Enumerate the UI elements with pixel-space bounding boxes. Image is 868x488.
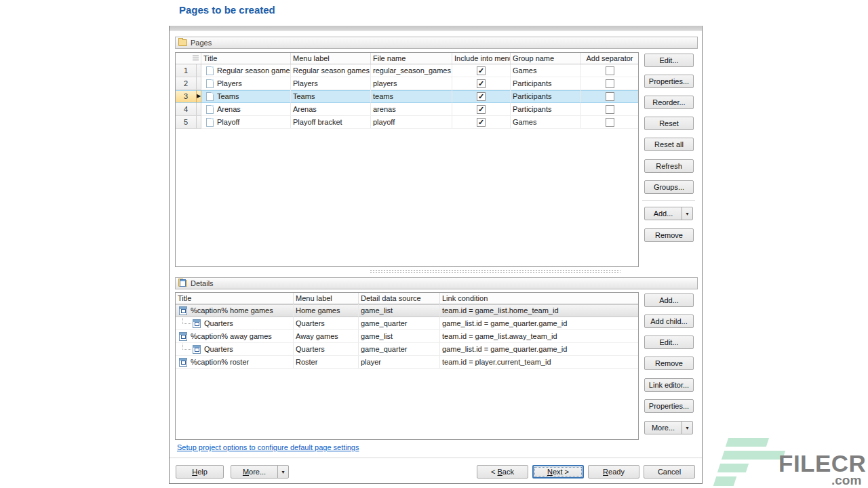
add-button[interactable]: Add...: [644, 293, 694, 307]
groups-button[interactable]: Groups...: [644, 180, 694, 194]
group-name-cell: Participants: [511, 77, 581, 90]
detail-menu-label-cell: Quarters: [294, 317, 359, 330]
add-separator-checkbox[interactable]: [606, 118, 614, 127]
detail-data-source-cell: game_list: [359, 304, 440, 317]
remove-button[interactable]: Remove: [644, 357, 694, 370]
column-header-detail-menu-label[interactable]: Menu label: [294, 293, 359, 304]
link-condition-cell: team.id = game_list.away_team_id: [440, 330, 638, 343]
add-separator-cell: [581, 64, 638, 77]
column-header-menu-label[interactable]: Menu label: [291, 53, 371, 64]
include-into-menu-checkbox[interactable]: ✓: [477, 105, 486, 114]
detail-data-source-cell: game_quarter: [359, 317, 440, 330]
pages-table-row[interactable]: 4ArenasArenasarenas✓Participants: [176, 103, 638, 116]
tree-connector: [182, 344, 191, 350]
details-table-row[interactable]: %caption% away gamesAway gamesgame_listt…: [176, 330, 638, 343]
add-separator-cell: [581, 116, 638, 129]
ready-button[interactable]: Ready: [588, 465, 639, 479]
row-number: 2: [176, 77, 197, 90]
page-title-cell: Players: [201, 77, 291, 90]
add-child-button[interactable]: Add child...: [644, 314, 694, 328]
add-separator-checkbox[interactable]: [606, 105, 614, 114]
page-title-cell: Arenas: [201, 103, 291, 116]
details-table-row[interactable]: QuartersQuartersgame_quartergame_list.id…: [176, 317, 638, 330]
screenshot-canvas: Pages to be created Pages Title Menu lab…: [0, 0, 868, 488]
page-title-cell: Playoff: [201, 116, 291, 129]
column-header-title[interactable]: Title: [201, 53, 291, 64]
column-header-file-name[interactable]: File name: [371, 53, 452, 64]
details-table-row[interactable]: %caption% rosterRosterplayerteam.id = pl…: [176, 356, 638, 369]
watermark-logo-bar: [726, 438, 769, 447]
add-separator-checkbox[interactable]: [606, 79, 614, 88]
menu-label-cell: Teams: [291, 90, 371, 103]
button-stack-separator: [642, 200, 695, 201]
column-header-include-into-menu[interactable]: Include into menu: [452, 53, 511, 64]
reset-all-button[interactable]: Reset all: [644, 138, 694, 151]
dropdown-arrow-button[interactable]: ▾: [682, 207, 693, 220]
reset-button[interactable]: Reset: [644, 117, 694, 130]
add-button[interactable]: Add...: [644, 207, 682, 220]
refresh-button[interactable]: Refresh: [644, 159, 694, 173]
menu-label-cell: Arenas: [291, 103, 371, 116]
page-title-text: Playoff: [217, 118, 239, 126]
column-header-detail-data-source[interactable]: Detail data source: [359, 293, 440, 304]
detail-page-icon: [179, 306, 187, 315]
pages-table-row[interactable]: 1Regular season gamesRegular season game…: [176, 64, 638, 77]
dropdown-arrow-button[interactable]: ▾: [682, 421, 693, 434]
details-grid-header: Title Menu label Detail data source Link…: [176, 293, 638, 304]
more-split-button: More...▾: [231, 465, 289, 479]
row-indicator: [197, 116, 201, 129]
link-editor-button[interactable]: Link editor...: [644, 378, 694, 392]
dropdown-arrow-button[interactable]: ▾: [277, 465, 289, 479]
column-header-link-condition[interactable]: Link condition: [440, 293, 638, 304]
reorder-button[interactable]: Reorder...: [644, 96, 694, 109]
detail-title-cell: Quarters: [176, 343, 294, 356]
file-name-cell: regular_season_games: [371, 64, 452, 77]
add-separator-checkbox[interactable]: [606, 92, 614, 101]
include-into-menu-checkbox[interactable]: ✓: [477, 66, 486, 75]
more-button[interactable]: More...: [231, 465, 278, 479]
page-icon: [206, 92, 214, 101]
properties-button[interactable]: Properties...: [644, 399, 694, 413]
detail-data-source-cell: player: [359, 356, 440, 369]
details-table-row[interactable]: %caption% home gamesHome gamesgame_listt…: [176, 304, 638, 317]
column-header-detail-title[interactable]: Title: [176, 293, 294, 304]
column-header-add-separator[interactable]: Add separator: [581, 53, 638, 64]
pages-grid-body: 1Regular season gamesRegular season game…: [176, 64, 638, 129]
splitter-grip-dots: [370, 270, 620, 274]
include-into-menu-checkbox[interactable]: ✓: [477, 92, 486, 101]
menu-label-cell: Regular season games: [291, 64, 371, 77]
edit-button[interactable]: Edit...: [644, 336, 694, 349]
properties-button[interactable]: Properties...: [644, 75, 694, 88]
detail-page-icon: [179, 332, 187, 341]
focus-rectangle: [534, 467, 582, 476]
remove-button[interactable]: Remove: [644, 228, 694, 242]
include-into-menu-cell: ✓: [452, 90, 511, 103]
page-icon: [206, 66, 214, 75]
pages-table-row[interactable]: 5PlayoffPlayoff bracketplayoff✓Games: [176, 116, 638, 129]
include-into-menu-checkbox[interactable]: ✓: [477, 118, 486, 127]
tree-connector: [182, 318, 191, 324]
splitter-handle[interactable]: [175, 268, 639, 275]
column-header-group-name[interactable]: Group name: [511, 53, 581, 64]
menu-label-cell: Players: [291, 77, 371, 90]
selected-row-arrow-icon: ▶: [197, 94, 201, 99]
help-button[interactable]: Help: [176, 465, 224, 479]
add-separator-checkbox[interactable]: [606, 66, 614, 75]
next-button[interactable]: Next >: [532, 465, 584, 479]
group-name-cell: Participants: [511, 103, 581, 116]
detail-data-source-cell: game_quarter: [359, 343, 440, 356]
include-into-menu-checkbox[interactable]: ✓: [477, 79, 486, 88]
cancel-button[interactable]: Cancel: [644, 465, 695, 479]
row-number: 1: [176, 64, 197, 77]
pages-grid-corner[interactable]: [176, 53, 201, 64]
pages-table-row[interactable]: 3▶TeamsTeamsteams✓Participants: [176, 90, 638, 103]
detail-title-cell: %caption% roster: [176, 356, 294, 369]
more-button[interactable]: More...: [644, 421, 682, 434]
link-condition-cell: team.id = player.current_team_id: [440, 356, 638, 369]
back-button[interactable]: < Back: [477, 465, 528, 479]
row-indicator: [197, 103, 201, 116]
edit-button[interactable]: Edit...: [644, 54, 694, 67]
settings-link[interactable]: Setup project options to configure defau…: [177, 443, 359, 451]
pages-table-row[interactable]: 2PlayersPlayersplayers✓Participants: [176, 77, 638, 90]
details-table-row[interactable]: QuartersQuartersgame_quartergame_list.id…: [176, 343, 638, 356]
